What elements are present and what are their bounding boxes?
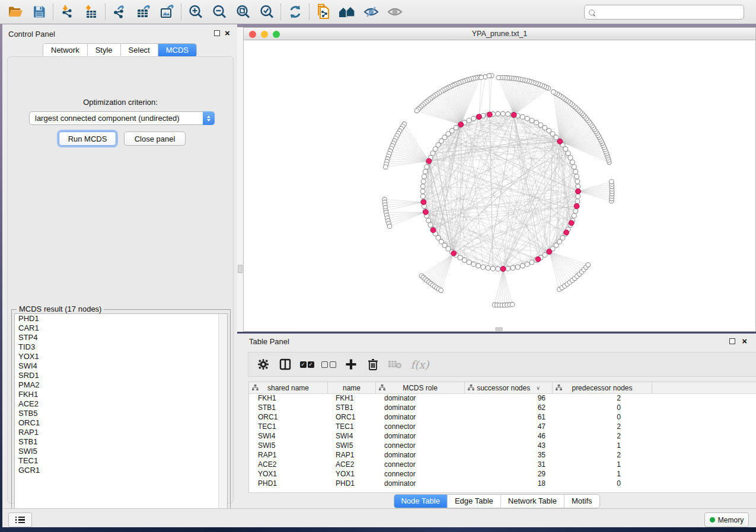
ring-node[interactable]: [566, 151, 570, 156]
table-row[interactable]: TEC1TEC1connector472: [249, 422, 756, 432]
ring-node[interactable]: [529, 118, 534, 123]
show-all-icon[interactable]: [383, 2, 407, 21]
ring-node[interactable]: [481, 265, 486, 270]
export-image-icon[interactable]: [155, 2, 179, 21]
add-column-icon[interactable]: [340, 355, 362, 374]
tab-style[interactable]: Style: [88, 44, 121, 57]
ring-node[interactable]: [462, 258, 467, 262]
ring-node[interactable]: [547, 129, 551, 133]
ring-node[interactable]: [520, 114, 525, 119]
mcds-result-item[interactable]: STB5: [15, 409, 227, 418]
dominator-hub-node[interactable]: [451, 251, 457, 256]
ring-node[interactable]: [575, 199, 580, 204]
ring-node[interactable]: [515, 265, 520, 270]
table-row[interactable]: ACE2ACE2connector311: [249, 460, 756, 470]
mcds-result-item[interactable]: PMA2: [15, 380, 227, 390]
new-network-from-selection-icon[interactable]: [312, 2, 336, 21]
save-session-icon[interactable]: [27, 2, 51, 21]
table-row[interactable]: RAP1RAP1dominator352: [249, 451, 756, 460]
ring-node[interactable]: [426, 218, 431, 223]
close-panel-icon[interactable]: ×: [225, 30, 230, 36]
mcds-result-item[interactable]: ACE2: [15, 399, 227, 409]
ring-node[interactable]: [423, 169, 428, 174]
column-header[interactable]: predecessor nodes: [553, 382, 652, 393]
ring-node[interactable]: [525, 262, 529, 267]
import-network-icon[interactable]: [56, 2, 79, 21]
toggle-panel-layout-icon[interactable]: [274, 355, 296, 374]
zoom-in-icon[interactable]: [184, 2, 208, 21]
connector-node[interactable]: [574, 204, 579, 209]
mcds-list-scrollbar[interactable]: [218, 314, 227, 527]
fan-node[interactable]: [387, 224, 392, 229]
column-settings-icon[interactable]: [252, 355, 274, 374]
mcds-result-item[interactable]: TEC1: [15, 456, 227, 466]
ring-node[interactable]: [486, 265, 490, 270]
open-file-icon[interactable]: [4, 2, 27, 21]
ring-node[interactable]: [422, 174, 426, 179]
column-header[interactable]: MCDS role: [376, 382, 465, 393]
search-input[interactable]: [598, 7, 740, 18]
network-vertical-scroll-thumb[interactable]: [238, 265, 243, 273]
ring-node[interactable]: [525, 116, 529, 121]
table-row[interactable]: SWI4SWI4dominator462: [249, 432, 756, 441]
ring-node[interactable]: [563, 147, 568, 152]
ring-node[interactable]: [490, 266, 495, 271]
dominator-hub-node[interactable]: [547, 249, 552, 254]
network-canvas[interactable]: [244, 40, 755, 331]
ring-node[interactable]: [572, 213, 576, 218]
ring-node[interactable]: [420, 189, 425, 194]
mcds-result-item[interactable]: YOX1: [15, 352, 227, 361]
ring-node[interactable]: [496, 111, 500, 116]
ring-node[interactable]: [471, 116, 476, 121]
ring-node[interactable]: [467, 260, 471, 265]
dominator-hub-node[interactable]: [426, 158, 432, 164]
float-table-panel-icon[interactable]: [729, 338, 735, 344]
ring-node[interactable]: [428, 223, 433, 227]
ring-node[interactable]: [454, 126, 458, 130]
ring-node[interactable]: [476, 264, 481, 268]
select-all-checkbox-icon[interactable]: ✓ ✓: [296, 355, 318, 374]
table-row[interactable]: FKH1FKH1dominator962: [249, 394, 756, 403]
ring-node[interactable]: [534, 120, 539, 125]
export-network-icon[interactable]: [108, 2, 132, 21]
ring-node[interactable]: [520, 264, 525, 268]
delete-column-icon[interactable]: [362, 355, 384, 374]
dominator-hub-node[interactable]: [421, 200, 426, 205]
connector-node[interactable]: [564, 230, 569, 235]
ring-node[interactable]: [511, 265, 515, 270]
fan-node[interactable]: [479, 75, 484, 80]
fan-node[interactable]: [610, 180, 614, 184]
mcds-result-item[interactable]: STB1: [15, 437, 227, 447]
dominator-hub-node[interactable]: [477, 114, 482, 120]
network-horizontal-scroll-thumb[interactable]: [495, 327, 503, 331]
table-row[interactable]: PHD1PHD1dominator180: [249, 479, 756, 489]
mcds-result-item[interactable]: PHD1: [15, 314, 227, 323]
ring-node[interactable]: [573, 209, 578, 213]
column-header[interactable]: name: [328, 382, 376, 393]
tab-motifs[interactable]: Motifs: [564, 495, 599, 508]
export-table-icon[interactable]: [132, 2, 155, 21]
tab-node-table[interactable]: Node Table: [394, 495, 448, 508]
ring-node[interactable]: [420, 194, 425, 198]
ring-node[interactable]: [573, 169, 578, 174]
fan-node[interactable]: [487, 73, 492, 78]
ring-node[interactable]: [420, 184, 425, 189]
function-builder-icon[interactable]: f(x): [406, 355, 434, 374]
mcds-result-item[interactable]: FKH1: [15, 390, 227, 399]
first-neighbors-icon[interactable]: [336, 2, 359, 21]
ring-node[interactable]: [425, 165, 429, 169]
mcds-result-item[interactable]: SWI4: [15, 361, 227, 371]
ring-node[interactable]: [433, 147, 438, 152]
column-header[interactable]: shared name: [249, 382, 328, 393]
dominator-hub-node[interactable]: [500, 267, 506, 272]
dominator-hub-node[interactable]: [458, 122, 464, 127]
memory-button[interactable]: Memory: [704, 512, 749, 527]
ring-node[interactable]: [575, 179, 580, 184]
ring-node[interactable]: [576, 184, 580, 189]
dominator-hub-node[interactable]: [423, 210, 428, 215]
fan-node[interactable]: [551, 89, 556, 94]
ring-node[interactable]: [506, 112, 511, 117]
ring-node[interactable]: [543, 252, 547, 257]
table-row[interactable]: STB1STB1dominator620: [249, 403, 756, 413]
fan-node[interactable]: [414, 108, 419, 113]
